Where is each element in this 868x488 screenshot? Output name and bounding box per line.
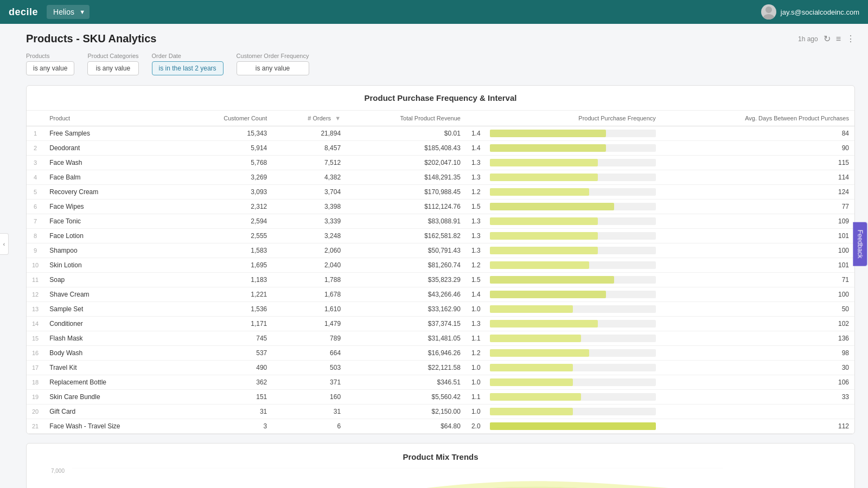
cell-avg-days: 50 [661,302,854,317]
cell-customer-count: 5,768 [181,156,272,170]
cell-avg-days: 98 [661,346,854,361]
freq-bar-bg [490,188,656,196]
feedback-tab[interactable]: Feedback [853,222,867,266]
cell-product: Free Samples [44,126,181,141]
chart-section: Product Mix Trends Number of Orders 7,00… [26,443,855,488]
cell-product: Face Wash - Travel Size [44,419,181,434]
sidebar-toggle[interactable]: ‹ [0,233,9,255]
cell-customer-count: 5,914 [181,141,272,156]
cell-product: Replacement Bottle [44,375,181,390]
cell-product: Face Wash [44,156,181,170]
table-row: 3Face Wash5,7687,512$202,047.101.3115 [27,156,854,170]
cell-rank: 10 [27,258,44,273]
cell-product: Recovery Cream [44,185,181,200]
table-row: 20Gift Card3131$2,150.001.0 [27,404,854,419]
refresh-icon[interactable]: ↻ [824,34,831,44]
cell-orders: 3,704 [272,185,346,200]
cell-avg-days [661,404,854,419]
cell-rank: 9 [27,243,44,258]
user-email: jay.s@socialcodeinc.com [781,8,859,16]
cell-product: Soap [44,273,181,287]
freq-bar-bg [490,378,656,386]
freq-value: 1.3 [471,247,487,254]
cell-rank: 6 [27,200,44,214]
cell-freq: 1.3 [466,214,661,229]
cell-customer-count: 2,555 [181,229,272,243]
cell-orders: 789 [272,331,346,346]
cell-freq: 1.3 [466,317,661,331]
freq-value: 1.2 [471,188,487,196]
cell-rank: 5 [27,185,44,200]
cell-rank: 7 [27,214,44,229]
more-icon[interactable]: ⋮ [846,34,855,44]
cell-freq: 1.4 [466,126,661,141]
table-row: 14Conditioner1,1711,479$37,374.151.3102 [27,317,854,331]
cell-orders: 3,398 [272,200,346,214]
cell-freq: 1.1 [466,331,661,346]
cell-orders: 371 [272,375,346,390]
freq-bar-bg [490,349,656,357]
freq-bar [490,188,590,196]
filter-button[interactable]: is any value [26,61,74,75]
filter-button[interactable]: is any value [87,61,138,75]
col-orders[interactable]: # Orders ▼ [272,111,346,126]
cell-product: Shave Cream [44,287,181,302]
filter-label: Order Date [152,53,224,59]
app-selector-wrap[interactable]: Helios ▼ [47,5,90,19]
header-left: decile Helios ▼ [9,5,90,19]
y-axis-labels: 7,0006,0005,0004,0003,000 [46,468,68,488]
filter-button[interactable]: is in the last 2 years [152,61,224,75]
freq-bar [490,291,606,298]
cell-revenue: $43,266.46 [346,287,466,302]
svg-point-1 [763,14,774,20]
cell-rank: 4 [27,170,44,185]
cell-rank: 17 [27,361,44,375]
cell-avg-days: 33 [661,390,854,404]
cell-avg-days: 112 [661,419,854,434]
cell-freq: 1.4 [466,287,661,302]
app-selector[interactable]: Helios [47,5,90,19]
freq-bar [490,232,598,240]
table-row: 19Skin Care Bundle151160$5,560.421.133 [27,390,854,404]
table-row: 1Free Samples15,34321,894$0.011.484 [27,126,854,141]
cell-orders: 8,457 [272,141,346,156]
col-rank [27,111,44,126]
filter-label: Products [26,53,74,59]
table-row: 10Skin Lotion1,6952,040$81,260.741.2101 [27,258,854,273]
cell-customer-count: 151 [181,390,272,404]
cell-revenue: $50,791.43 [346,243,466,258]
cell-avg-days: 124 [661,185,854,200]
filter-icon[interactable]: ≡ [836,34,841,44]
freq-bar-bg [490,217,656,225]
table-header: Product Customer Count # Orders ▼ Total … [27,111,854,126]
cell-orders: 3,248 [272,229,346,243]
cell-customer-count: 2,594 [181,214,272,229]
freq-bar [490,305,573,313]
filter-button[interactable]: is any value [237,61,309,75]
cell-revenue: $346.51 [346,375,466,390]
cell-avg-days: 90 [661,141,854,156]
freq-bar [490,247,598,254]
page-header: Products - SKU Analytics 1h ago ↻ ≡ ⋮ [26,33,855,45]
cell-orders: 21,894 [272,126,346,141]
freq-value: 1.5 [471,276,487,284]
cell-revenue: $0.01 [346,126,466,141]
col-product: Product [44,111,181,126]
freq-bar-bg [490,174,656,181]
cell-orders: 160 [272,390,346,404]
cell-orders: 1,788 [272,273,346,287]
cell-customer-count: 1,583 [181,243,272,258]
cell-revenue: $81,260.74 [346,258,466,273]
freq-bar-bg [490,261,656,269]
filter-group-customer-order-frequency: Customer Order Frequencyis any value [237,53,309,75]
freq-bar-bg [490,422,656,430]
cell-revenue: $185,408.43 [346,141,466,156]
cell-customer-count: 490 [181,361,272,375]
freq-bar-bg [490,393,656,401]
cell-revenue: $83,088.91 [346,214,466,229]
cell-rank: 14 [27,317,44,331]
cell-freq: 1.0 [466,375,661,390]
freq-value: 1.3 [471,217,487,225]
cell-rank: 15 [27,331,44,346]
freq-bar [490,422,656,430]
